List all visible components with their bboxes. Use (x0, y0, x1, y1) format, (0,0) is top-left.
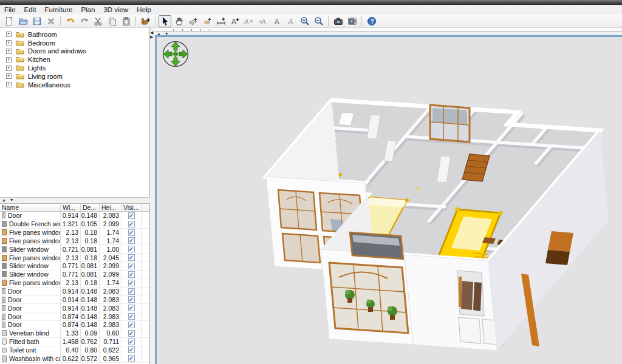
menu-help[interactable]: Help (132, 5, 156, 14)
furniture-row[interactable]: Door0.9140.1482.083✓ (0, 295, 149, 304)
zoom-in-button[interactable] (298, 15, 311, 27)
preferences-button[interactable] (44, 15, 57, 27)
create-walls-button[interactable] (186, 15, 199, 27)
furniture-row[interactable]: Fitted bath1.4580.7620.711✓ (0, 338, 149, 346)
zoom-out-button[interactable] (312, 15, 325, 27)
visible-checkbox[interactable]: ✓ (128, 229, 135, 236)
furniture-table-body: Door0.9140.1482.083✓Double French win...… (0, 212, 149, 363)
decrease-text-size-icon: AA (244, 16, 254, 26)
visible-checkbox[interactable]: ✓ (128, 212, 135, 219)
column-header-1[interactable]: Wi... (61, 204, 81, 211)
paste-button[interactable] (120, 15, 132, 27)
bold-button[interactable]: A (270, 15, 283, 27)
visible-checkbox[interactable]: ✓ (128, 221, 135, 228)
create-photo-button[interactable] (332, 15, 344, 27)
catalog-category-lights[interactable]: +Lights (0, 64, 149, 72)
decrease-text-size-button[interactable]: AA (242, 15, 255, 27)
catalog-category-living-room[interactable]: +Living room (0, 72, 149, 81)
furniture-row[interactable]: Door0.9140.1482.083✓ (0, 212, 149, 220)
expand-icon[interactable]: + (6, 49, 12, 54)
furniture-row[interactable]: Toilet unit0.400.800.622✓ (0, 346, 149, 355)
furniture-name: Toilet unit (9, 346, 36, 354)
visible-checkbox[interactable]: ✓ (128, 305, 135, 311)
create-dimensions-button[interactable] (214, 15, 227, 27)
menu-plan[interactable]: Plan (77, 5, 99, 14)
new-plan-button[interactable] (2, 15, 15, 27)
furniture-row[interactable]: Door0.9140.1482.083✓ (0, 288, 149, 296)
menu-file[interactable]: File (0, 5, 20, 14)
help-button[interactable]: ? (365, 15, 378, 27)
expand-icon[interactable]: + (6, 40, 12, 46)
furniture-row[interactable]: Slider window0.7210.0811.00✓ (0, 245, 149, 254)
furniture-row[interactable]: Door0.8740.1482.083✓ (0, 312, 149, 321)
visible-checkbox[interactable]: ✓ (128, 288, 135, 295)
video-camera-icon (347, 16, 357, 26)
catalog-category-kitchen[interactable]: +Kitchen (0, 55, 149, 64)
visible-checkbox[interactable]: ✓ (128, 330, 135, 337)
furniture-row[interactable]: Five panes window2.130.181.74✓ (0, 229, 149, 237)
menu-edit[interactable]: Edit (20, 5, 41, 14)
expand-icon[interactable]: + (6, 57, 12, 62)
cut-button[interactable] (92, 15, 104, 27)
open-button[interactable] (16, 15, 29, 27)
column-header-0[interactable]: Name (0, 204, 61, 211)
menu-3d-view[interactable]: 3D view (99, 5, 132, 14)
column-header-2[interactable]: De... (81, 204, 100, 211)
furniture-row[interactable]: Door0.9140.1482.083✓ (0, 304, 149, 312)
visible-checkbox[interactable]: ✓ (128, 254, 135, 261)
window-top-strip (0, 0, 622, 5)
furniture-row[interactable]: Five panes window2.130.182.045✓ (0, 254, 149, 262)
visible-checkbox[interactable]: ✓ (128, 355, 135, 362)
visible-checkbox[interactable]: ✓ (128, 246, 135, 252)
furniture-row[interactable]: Washbasin with ca...0.6220.5720.965✓ (0, 354, 149, 363)
visible-checkbox[interactable]: ✓ (128, 271, 135, 278)
add-furniture-button[interactable] (139, 15, 152, 27)
catalog-table-splitter[interactable]: ▲ ▼ (0, 197, 150, 204)
italic-button[interactable]: A (284, 15, 297, 27)
ruler-tick (173, 29, 174, 31)
visible-checkbox[interactable]: ✓ (128, 263, 135, 269)
furniture-row[interactable]: Venetian blind1.330.090.60✓ (0, 329, 149, 338)
furniture-row[interactable]: Five panes window2.130.181.74✓ (0, 279, 149, 288)
save-button[interactable] (30, 15, 43, 27)
visible-checkbox[interactable]: ✓ (128, 280, 135, 286)
visible-checkbox[interactable]: ✓ (128, 346, 135, 353)
copy-button[interactable] (106, 15, 118, 27)
furniture-catalog-tree[interactable]: +Bathroom+Bedroom+Doors and windows+Kitc… (0, 28, 150, 197)
expand-icon[interactable]: + (6, 66, 12, 71)
select-tool-button[interactable] (159, 15, 171, 27)
visible-checkbox[interactable]: ✓ (128, 322, 135, 328)
increase-text-size-button[interactable]: AA (256, 15, 269, 27)
pan-tool-button[interactable] (173, 15, 185, 27)
column-header-4[interactable]: Visi... (121, 204, 142, 211)
expand-icon[interactable]: + (6, 73, 12, 79)
visible-checkbox[interactable]: ✓ (128, 339, 135, 345)
expand-icon[interactable]: + (6, 32, 12, 37)
expand-icon[interactable]: + (6, 82, 12, 87)
furniture-row[interactable]: Slider window0.7710.0812.099✓ (0, 271, 149, 279)
3d-view-canvas[interactable] (155, 35, 622, 364)
furniture-list-table[interactable]: NameWi...De...Hei...Visi... Door0.9140.1… (0, 204, 150, 364)
undo-button[interactable] (64, 15, 77, 27)
redo-button[interactable] (78, 15, 91, 27)
left-right-splitter[interactable]: ◀▶ (150, 28, 155, 364)
visible-checkbox[interactable]: ✓ (128, 313, 135, 320)
furniture-row[interactable]: Five panes window2.130.181.74✓ (0, 237, 149, 246)
catalog-category-bathroom[interactable]: +Bathroom (0, 30, 149, 39)
visible-checkbox[interactable]: ✓ (128, 237, 135, 244)
column-header-3[interactable]: Hei... (100, 204, 121, 211)
furniture-row[interactable]: Door0.8740.1482.083✓ (0, 321, 149, 329)
furniture-row[interactable]: Slider window0.7710.0812.099✓ (0, 262, 149, 271)
create-rooms-button[interactable] (200, 15, 213, 27)
visible-checkbox[interactable]: ✓ (128, 296, 135, 303)
splitter-collapse-arrows[interactable]: ◀▶ (150, 30, 153, 39)
furniture-row[interactable]: Double French win...1.3210.1052.099✓ (0, 220, 149, 229)
catalog-category-miscellaneous[interactable]: +Miscellaneous (0, 81, 149, 89)
create-video-button[interactable] (346, 15, 358, 27)
catalog-category-doors-and-windows[interactable]: +Doors and windows (0, 47, 149, 56)
create-text-button[interactable]: A (228, 15, 241, 27)
3d-navigation-compass[interactable] (162, 40, 190, 68)
catalog-category-bedroom[interactable]: +Bedroom (0, 39, 149, 47)
splitter-collapse-arrows[interactable]: ▲ ▼ (2, 198, 15, 202)
menu-furniture[interactable]: Furniture (40, 5, 77, 14)
